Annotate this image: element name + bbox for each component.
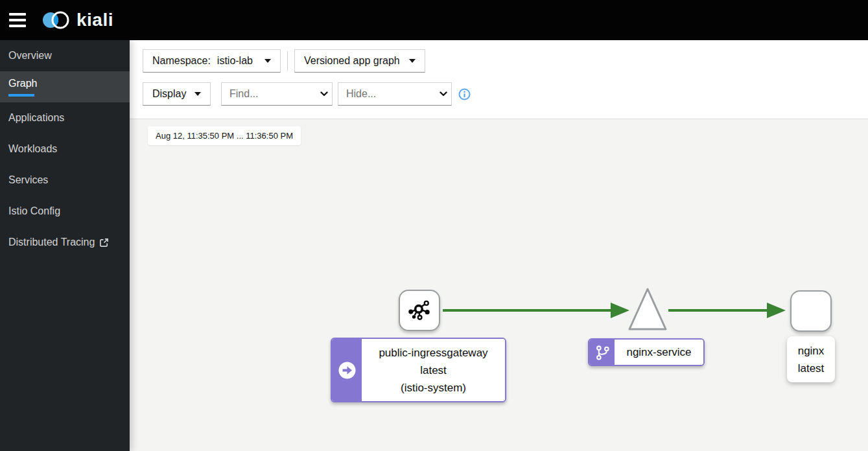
active-indicator (8, 94, 34, 97)
virtual-service-badge (589, 340, 615, 365)
namespace-label: Namespace: (152, 55, 211, 67)
node-label-nginx-service[interactable]: nginx-service (588, 338, 705, 366)
node-nginx[interactable] (790, 290, 832, 332)
edge-arrowhead-icon (611, 303, 629, 318)
external-link-icon (99, 238, 109, 248)
namespace-value: istio-lab (217, 55, 253, 67)
edge-arrowhead-icon (767, 303, 786, 318)
sidebar-item-label: Workloads (8, 143, 57, 155)
node-label-nginx[interactable]: nginx latest (787, 336, 835, 382)
caret-down-icon (409, 59, 416, 63)
sidebar-item-overview[interactable]: Overview (0, 40, 130, 71)
brand-title: kiali (76, 10, 113, 30)
node-label-text: nginx-service (615, 340, 703, 365)
service-triangle-node[interactable] (629, 289, 666, 329)
sidebar-item-distributed-tracing[interactable]: Distributed Tracing (0, 227, 130, 258)
node-version: latest (798, 360, 825, 377)
sidebar-item-istio-config[interactable]: Istio Config (0, 196, 130, 227)
root-badge (332, 339, 362, 401)
hide-input[interactable] (346, 88, 437, 100)
mesh-root-icon (407, 298, 432, 323)
graph-type-dropdown[interactable]: Versioned app graph (294, 49, 425, 73)
toolbar-divider (287, 51, 288, 71)
namespace-dropdown[interactable]: Namespace: istio-lab (143, 49, 281, 73)
sidebar-item-graph[interactable]: Graph (0, 71, 130, 102)
node-version: latest (420, 362, 447, 379)
kiali-logo-icon (41, 9, 71, 31)
sidebar-item-label: Applications (8, 112, 64, 124)
sidebar-item-label: Services (8, 174, 48, 186)
find-input[interactable] (229, 88, 318, 100)
node-namespace: (istio-system) (401, 379, 466, 397)
sidebar-nav: Overview Graph Applications Workloads Se… (0, 40, 130, 451)
caret-down-icon (264, 59, 271, 63)
chevron-down-icon[interactable] (320, 91, 328, 97)
sidebar-item-workloads[interactable]: Workloads (0, 133, 130, 165)
node-label-public-ingressgateway[interactable]: public-ingressgateway latest (istio-syst… (331, 338, 506, 402)
sidebar-item-label: Overview (8, 50, 52, 62)
caret-down-icon (194, 92, 201, 96)
kiali-brand[interactable]: kiali (41, 9, 113, 31)
find-field (221, 82, 333, 106)
graph-type-value: Versioned app graph (304, 55, 400, 67)
graph-toolbar-secondary: Display (143, 82, 471, 106)
node-public-ingressgateway[interactable] (399, 290, 440, 331)
chevron-down-icon[interactable] (440, 91, 447, 97)
info-circle-icon (458, 88, 471, 100)
sidebar-item-applications[interactable]: Applications (0, 102, 130, 133)
node-name: public-ingressgateway (379, 344, 487, 362)
main-content: Namespace: istio-lab Versioned app graph… (130, 40, 868, 451)
node-name: nginx-service (626, 343, 691, 361)
code-branch-icon (594, 344, 610, 361)
node-label-text: public-ingressgateway latest (istio-syst… (362, 339, 505, 401)
sidebar-item-label: Istio Config (8, 205, 60, 217)
sidebar-item-label: Distributed Tracing (8, 237, 95, 248)
hamburger-menu-icon[interactable] (9, 13, 26, 27)
sidebar-item-label: Graph (8, 78, 37, 89)
node-name: nginx (798, 342, 825, 360)
arrow-circle-right-icon (338, 362, 356, 379)
graph-help-button[interactable] (458, 88, 471, 100)
hide-field (338, 82, 452, 106)
sidebar-item-services[interactable]: Services (0, 165, 130, 196)
masthead: kiali (0, 0, 868, 40)
graph-canvas[interactable]: Aug 12, 11:35:50 PM ... 11:36:50 PM (130, 119, 868, 451)
display-label: Display (152, 88, 186, 100)
graph-toolbar-primary: Namespace: istio-lab Versioned app graph (143, 49, 425, 73)
display-dropdown[interactable]: Display (143, 82, 211, 106)
